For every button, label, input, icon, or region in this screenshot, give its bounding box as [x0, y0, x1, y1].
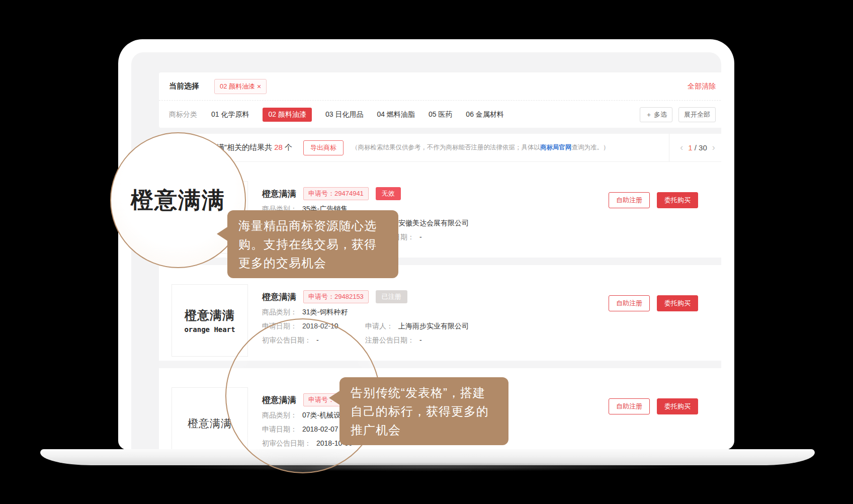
tooltip-arrow-icon — [217, 226, 228, 241]
selected-filter-tag[interactable]: 02 颜料油漆 × — [214, 79, 267, 94]
results-header: 检索到“橙意满满”相关的结果共 28 个 导出商标 （商标检索结果仅供参考，不作… — [159, 134, 721, 162]
apply-date-value: 2018-02-10 — [302, 322, 338, 331]
category-list: 01 化学原料 02 颜料油漆 03 日化用品 04 燃料油脂 05 医药 06… — [211, 108, 504, 122]
row-actions-1: 自助注册 委托购买 — [609, 192, 698, 208]
first-pub-value: - — [316, 336, 319, 346]
category-value: 31类-饲料种籽 — [302, 308, 348, 317]
reg-pub-value: - — [419, 336, 422, 346]
row-actions-3: 自助注册 委托购买 — [609, 398, 698, 414]
trademark-name: 橙意满满 — [262, 188, 296, 200]
applicant-value: 安徽美达会展有限公司 — [398, 219, 469, 228]
status-badge-registered: 已注册 — [376, 290, 407, 303]
trademark-image-2-text: 橙意满满 — [185, 307, 235, 323]
entrust-buy-button[interactable]: 委托购买 — [657, 295, 698, 311]
trademark-image-3-text: 橙意满满 — [188, 416, 232, 431]
tooltip-arrow-icon — [329, 390, 340, 405]
trademark-image-3: 橙意满满 — [172, 387, 248, 450]
magnified-trademark-text: 橙意满满 — [131, 185, 225, 215]
category-item-02-selected[interactable]: 02 颜料油漆 — [263, 108, 311, 122]
results-count: 28 — [274, 143, 283, 151]
tooltip-promotion: 告别传统“发表格”，搭建自己的标行，获得更多的推广机会 — [339, 377, 508, 445]
trademark-name: 橙意满满 — [262, 291, 296, 303]
clear-all-button[interactable]: 全部清除 — [688, 82, 716, 91]
disclaimer-prefix: （商标检索结果仅供参考，不作为商标能否注册的法律依据；具体以 — [352, 144, 540, 151]
self-register-button[interactable]: 自助注册 — [609, 398, 650, 414]
trademark-details-2: 橙意满满 申请号：29482153 已注册 商品类别：31类-饲料种籽 申请日期… — [262, 290, 469, 346]
apply-date-value: 2018-02-07 — [302, 425, 338, 435]
first-pub-label: 初审公告日期： — [262, 336, 311, 346]
entrust-buy-button[interactable]: 委托购买 — [657, 398, 698, 414]
first-pub-label: 初审公告日期： — [262, 439, 311, 449]
trademark-image-2-subtext: orange Heart — [184, 325, 235, 333]
disclaimer-suffix: 查询为准。） — [572, 144, 610, 151]
current-selection-label: 当前选择 — [169, 81, 199, 91]
selected-filter-tag-label: 02 颜料油漆 — [220, 82, 255, 91]
status-badge-invalid: 无效 — [376, 187, 401, 200]
results-disclaimer: （商标检索结果仅供参考，不作为商标能否注册的法律依据；具体以商标局官网查询为准。… — [352, 143, 610, 152]
row-actions-2: 自助注册 委托购买 — [609, 295, 698, 311]
page-separator: / — [695, 143, 697, 152]
category-row: 商标分类 01 化学原料 02 颜料油漆 03 日化用品 04 燃料油脂 05 … — [159, 100, 721, 128]
prev-page-icon[interactable]: ‹ — [680, 142, 683, 153]
export-trademarks-button[interactable]: 导出商标 — [303, 140, 344, 155]
apply-date-label: 申请日期： — [262, 322, 297, 331]
applicant-label: 申请人： — [365, 322, 393, 331]
category-label: 商品类别： — [262, 411, 297, 421]
entrust-buy-button[interactable]: 委托购买 — [657, 192, 698, 208]
apply-date-label: 申请日期： — [262, 425, 297, 435]
applicant-value: 上海雨步实业有限公司 — [398, 322, 469, 331]
tooltip-text: 告别传统“发表格”，搭建自己的标行，获得更多的推广机会 — [351, 386, 489, 437]
category-item-05[interactable]: 05 医药 — [429, 110, 452, 119]
next-page-icon[interactable]: › — [712, 142, 715, 153]
self-register-button[interactable]: 自助注册 — [609, 192, 650, 208]
category-item-04[interactable]: 04 燃料油脂 — [377, 110, 414, 119]
trademark-office-link[interactable]: 商标局官网 — [540, 144, 572, 151]
tooltip-text: 海量精品商标资源随心选购。支持在线交易，获得更多的交易机会 — [238, 219, 377, 270]
tooltip-trade-resources: 海量精品商标资源随心选购。支持在线交易，获得更多的交易机会 — [227, 210, 398, 278]
trademark-row-2: 橙意满满 orange Heart 橙意满满 申请号：29482153 已注册 … — [159, 265, 721, 361]
reg-pub-value: - — [419, 233, 422, 242]
current-selection-row: 当前选择 02 颜料油漆 × 全部清除 — [159, 72, 721, 100]
results-summary-suffix: 个 — [283, 143, 292, 151]
magnifier-circle-1: 橙意满满 — [110, 132, 246, 268]
self-register-button[interactable]: 自助注册 — [609, 295, 650, 311]
category-item-03[interactable]: 03 日化用品 — [325, 110, 363, 119]
category-row-label: 商标分类 — [169, 110, 197, 119]
filter-card: 当前选择 02 颜料油漆 × 全部清除 商标分类 01 化学原料 02 颜料油漆… — [159, 72, 721, 128]
tag-close-icon[interactable]: × — [257, 82, 261, 91]
current-page: 1 — [688, 143, 692, 152]
reg-pub-label: 注册公告日期： — [365, 336, 414, 346]
category-item-06[interactable]: 06 金属材料 — [466, 110, 503, 119]
pagination: ‹ 1 / 30 › — [669, 134, 721, 161]
multi-select-button[interactable]: ＋ 多选 — [640, 107, 672, 122]
category-label: 商品类别： — [262, 308, 297, 317]
application-number-chip: 申请号：29474941 — [303, 187, 369, 200]
trademark-name: 橙意满满 — [262, 394, 296, 406]
category-item-01[interactable]: 01 化学原料 — [211, 110, 249, 119]
total-pages: 30 — [699, 143, 707, 152]
row-divider — [159, 361, 721, 368]
category-tools: ＋ 多选 展开全部 — [640, 107, 716, 122]
application-number-chip: 申请号：29482153 — [303, 290, 369, 303]
trademark-image-2: 橙意满满 orange Heart — [172, 284, 248, 357]
expand-all-button[interactable]: 展开全部 — [678, 107, 716, 122]
laptop-base — [40, 449, 815, 465]
